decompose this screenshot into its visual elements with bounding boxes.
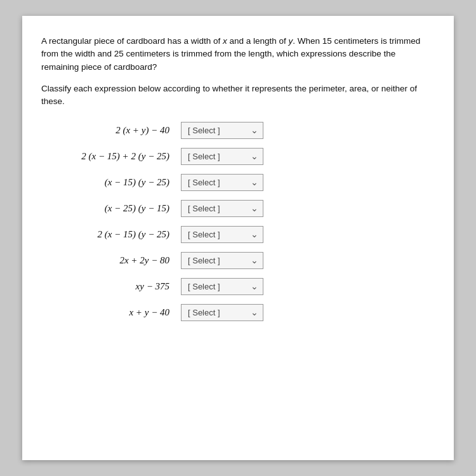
expression-row-6: 2x + 2y − 80 [ Select ] Perimeter Area N… [41, 252, 435, 269]
expression-label-2: 2 (x − 15) + 2 (y − 25) [41, 151, 181, 162]
select-3[interactable]: [ Select ] Perimeter Area Neither [181, 174, 263, 191]
select-1[interactable]: [ Select ] Perimeter Area Neither [181, 122, 263, 139]
expression-label-3: (x − 15) (y − 25) [41, 177, 181, 188]
expression-label-1: 2 (x + y) − 40 [41, 125, 181, 136]
select-4[interactable]: [ Select ] Perimeter Area Neither [181, 200, 263, 217]
select-container-1: [ Select ] Perimeter Area Neither [181, 122, 263, 139]
select-container-7: [ Select ] Perimeter Area Neither [181, 278, 263, 295]
expression-row-3: (x − 15) (y − 25) [ Select ] Perimeter A… [41, 174, 435, 191]
expression-label-6: 2x + 2y − 80 [41, 255, 181, 266]
expression-row-2: 2 (x − 15) + 2 (y − 25) [ Select ] Perim… [41, 148, 435, 165]
classify-text: Classify each expression below according… [41, 83, 435, 109]
expression-label-8: x + y − 40 [41, 307, 181, 318]
select-7[interactable]: [ Select ] Perimeter Area Neither [181, 278, 263, 295]
expression-label-7: xy − 375 [41, 281, 181, 292]
select-container-2: [ Select ] Perimeter Area Neither [181, 148, 263, 165]
select-container-3: [ Select ] Perimeter Area Neither [181, 174, 263, 191]
expression-label-4: (x − 25) (y − 15) [41, 203, 181, 214]
select-8[interactable]: [ Select ] Perimeter Area Neither [181, 304, 263, 321]
expression-row-1: 2 (x + y) − 40 [ Select ] Perimeter Area… [41, 122, 435, 139]
page-container: A rectangular piece of cardboard has a w… [22, 16, 454, 460]
expression-label-5: 2 (x − 15) (y − 25) [41, 229, 181, 240]
expression-row-5: 2 (x − 15) (y − 25) [ Select ] Perimeter… [41, 226, 435, 243]
select-container-5: [ Select ] Perimeter Area Neither [181, 226, 263, 243]
select-container-4: [ Select ] Perimeter Area Neither [181, 200, 263, 217]
expression-row-4: (x − 25) (y − 15) [ Select ] Perimeter A… [41, 200, 435, 217]
expression-row-8: x + y − 40 [ Select ] Perimeter Area Nei… [41, 304, 435, 321]
problem-text: A rectangular piece of cardboard has a w… [41, 35, 435, 74]
select-2[interactable]: [ Select ] Perimeter Area Neither [181, 148, 263, 165]
select-5[interactable]: [ Select ] Perimeter Area Neither [181, 226, 263, 243]
select-container-6: [ Select ] Perimeter Area Neither [181, 252, 263, 269]
select-container-8: [ Select ] Perimeter Area Neither [181, 304, 263, 321]
expression-row-7: xy − 375 [ Select ] Perimeter Area Neith… [41, 278, 435, 295]
select-6[interactable]: [ Select ] Perimeter Area Neither [181, 252, 263, 269]
